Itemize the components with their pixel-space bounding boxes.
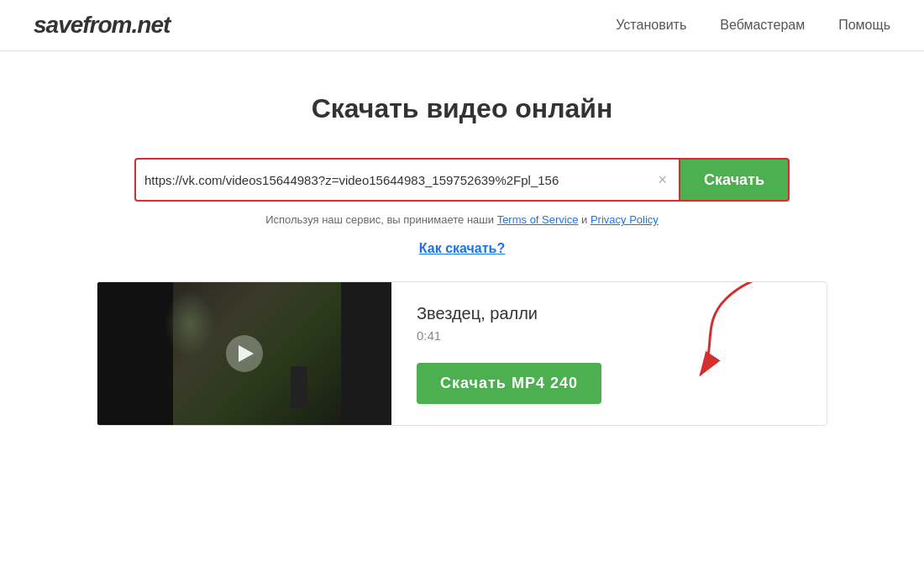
terms-prefix: Используя наш сервис, вы принимаете наши xyxy=(265,213,496,226)
thumbnail-smoke xyxy=(165,291,215,358)
nav-install[interactable]: Установить xyxy=(616,18,686,33)
page-title: Скачать видео онлайн xyxy=(312,93,613,124)
terms-text: Используя наш сервис, вы принимаете наши… xyxy=(265,213,659,226)
url-input[interactable] xyxy=(144,173,655,187)
clear-button[interactable]: × xyxy=(655,172,671,187)
thumbnail-person xyxy=(291,366,307,408)
terms-middle: и xyxy=(581,213,591,226)
terms-of-service-link[interactable]: Terms of Service xyxy=(497,213,579,226)
url-input-wrapper: × xyxy=(134,158,680,202)
video-thumbnail xyxy=(97,282,391,425)
play-button[interactable] xyxy=(226,335,263,372)
logo: savefrom.net xyxy=(34,12,170,39)
privacy-policy-link[interactable]: Privacy Policy xyxy=(591,213,659,226)
thumbnail-left-dark xyxy=(97,282,173,425)
search-area: × Скачать xyxy=(134,158,790,202)
nav-webmasters[interactable]: Вебмастерам xyxy=(720,18,805,33)
thumbnail-right-dark xyxy=(341,282,391,425)
main-content: Скачать видео онлайн × Скачать Используя… xyxy=(0,51,924,426)
video-title: Звездец, ралли xyxy=(417,304,801,323)
nav: Установить Вебмастерам Помощь xyxy=(616,18,890,33)
nav-help[interactable]: Помощь xyxy=(838,18,890,33)
play-icon xyxy=(239,345,254,362)
download-video-button[interactable]: Скачать MP4 240 xyxy=(417,363,601,404)
video-duration: 0:41 xyxy=(417,328,801,343)
how-to-link[interactable]: Как скачать? xyxy=(419,241,505,256)
header: savefrom.net Установить Вебмастерам Помо… xyxy=(0,0,924,51)
download-button[interactable]: Скачать xyxy=(680,158,790,202)
result-card: Звездец, ралли 0:41 Скачать MP4 240 xyxy=(97,281,827,426)
video-info: Звездец, ралли 0:41 Скачать MP4 240 xyxy=(391,282,827,425)
